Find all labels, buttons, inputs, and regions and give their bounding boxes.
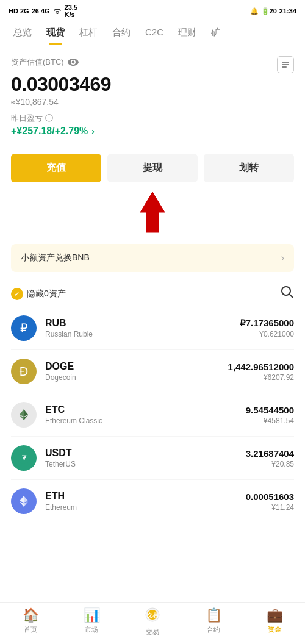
list-item[interactable]: ₽ RUB Russian Ruble ₽7.17365000 ¥0.62100…: [11, 307, 294, 350]
etc-icon: [11, 402, 37, 428]
coin-cny: ¥4581.54: [246, 417, 294, 425]
network-indicator: HD 2G: [9, 7, 29, 15]
coin-amount: 9.54544500: [246, 405, 294, 415]
nav-futures[interactable]: 📋 合约: [192, 607, 235, 637]
coin-info-doge: DOGE Dogecoin: [45, 361, 228, 382]
coin-balance-rub: ₽7.17365000 ¥0.621000: [240, 318, 294, 338]
tab-overview[interactable]: 总览: [6, 21, 39, 45]
action-buttons: 充值 提现 划转: [11, 154, 294, 182]
withdraw-button[interactable]: 提现: [107, 154, 198, 182]
svg-rect-2: [282, 66, 287, 68]
coin-symbol: ETH: [45, 491, 246, 502]
tab-mining[interactable]: 矿: [204, 21, 228, 45]
asset-list: ₽ RUB Russian Ruble ₽7.17365000 ¥0.62100…: [0, 307, 305, 523]
futures-icon: 📋: [206, 607, 222, 623]
nav-home[interactable]: 🏠 首页: [9, 607, 52, 637]
coin-symbol: RUB: [45, 318, 240, 329]
transfer-button[interactable]: 划转: [204, 154, 294, 182]
coin-name: TetherUS: [45, 460, 246, 468]
small-assets-banner[interactable]: 小额资产兑换BNB ›: [11, 244, 294, 272]
yesterday-profit-label: 昨日盈亏 ⓘ: [11, 113, 294, 124]
list-item[interactable]: ₮ USDT TetherUS 3.21687404 ¥20.85: [11, 437, 294, 480]
list-item[interactable]: ETC Ethereum Classic 9.54544500 ¥4581.54: [11, 393, 294, 437]
coin-info-usdt: USDT TetherUS: [45, 448, 246, 468]
arrow-annotation: [0, 191, 305, 238]
coin-symbol: USDT: [45, 448, 246, 459]
battery-icon: 🔋20: [261, 7, 277, 15]
coin-name: Ethereum: [45, 503, 246, 512]
usdt-icon: ₮: [11, 445, 37, 471]
svg-marker-15: [24, 502, 28, 507]
svg-marker-6: [20, 409, 24, 417]
svg-marker-7: [24, 409, 28, 417]
doge-icon: Ð: [11, 359, 37, 384]
list-item[interactable]: Ð DOGE Dogecoin 1,442.96512000 ¥6207.92: [11, 350, 294, 393]
status-left: HD 2G 26 4G 23.5K/s: [9, 4, 77, 18]
tab-contract[interactable]: 合约: [105, 21, 138, 45]
asset-section: 资产估值(BTC) 0.03003469 ≈¥10,867.54 昨日盈亏 ⓘ: [0, 45, 305, 145]
nav-home-label: 首页: [24, 625, 37, 634]
svg-marker-3: [140, 192, 165, 232]
coin-cny: ¥6207.92: [228, 373, 294, 382]
coin-name: Ethereum Classic: [45, 417, 246, 425]
coin-name: Dogecoin: [45, 373, 228, 382]
wifi-icon: [52, 7, 62, 15]
red-up-arrow: [137, 191, 168, 238]
check-icon: ✓: [11, 288, 23, 300]
asset-cny-value: ≈¥10,867.54: [11, 97, 294, 107]
status-right: 🔔 🔋20 21:34: [250, 7, 296, 15]
coin-symbol: DOGE: [45, 361, 228, 372]
alarm-icon: 🔔: [250, 7, 259, 15]
market-icon: 📊: [84, 607, 100, 623]
small-assets-chevron: ›: [281, 252, 284, 263]
coin-balance-eth: 0.00051603 ¥11.24: [246, 492, 294, 512]
coin-balance-usdt: 3.21687404 ¥20.85: [246, 448, 294, 468]
eye-icon[interactable]: [68, 57, 79, 68]
svg-marker-12: [20, 496, 24, 503]
eth-icon: [11, 488, 37, 514]
coin-name: Russian Ruble: [45, 330, 240, 338]
signal-4g: 26 4G: [32, 7, 50, 15]
tab-leverage[interactable]: 杠杆: [72, 21, 105, 45]
svg-rect-0: [282, 62, 289, 63]
coin-cny: ¥20.85: [246, 460, 294, 468]
deposit-button[interactable]: 充值: [11, 154, 101, 182]
tab-spot[interactable]: 现货: [39, 21, 72, 45]
asset-label: 资产估值(BTC): [11, 57, 79, 68]
svg-text:₮: ₮: [22, 454, 27, 462]
nav-assets-label: 资金: [268, 625, 281, 634]
small-assets-label: 小额资产兑换BNB: [21, 252, 90, 263]
hide-zero-assets[interactable]: ✓ 隐藏0资产: [11, 288, 66, 300]
top-nav: 总览 现货 杠杆 合约 C2C 理财 矿: [0, 21, 305, 45]
coin-info-rub: RUB Russian Ruble: [45, 318, 240, 338]
search-button[interactable]: [281, 285, 294, 302]
svg-line-5: [290, 295, 293, 298]
nav-futures-label: 合约: [207, 625, 220, 634]
coin-balance-etc: 9.54544500 ¥4581.54: [246, 405, 294, 425]
info-icon: ⓘ: [45, 113, 53, 124]
tab-finance[interactable]: 理财: [171, 21, 204, 45]
list-item[interactable]: ETH Ethereum 0.00051603 ¥11.24: [11, 480, 294, 523]
coin-cny: ¥0.621000: [240, 330, 294, 338]
coin-amount: 1,442.96512000: [228, 362, 294, 372]
svg-marker-13: [24, 496, 28, 503]
tab-c2c[interactable]: C2C: [138, 21, 171, 45]
profit-value[interactable]: +¥257.18/+2.79% ›: [11, 126, 294, 137]
svg-marker-14: [20, 502, 24, 507]
assets-icon: 💼: [267, 607, 283, 623]
nav-market[interactable]: 📊 市场: [70, 607, 113, 637]
coin-cny: ¥11.24: [246, 503, 294, 512]
nav-trade[interactable]: 交易 交易: [131, 607, 174, 637]
profit-chevron: ›: [92, 126, 95, 136]
nav-market-label: 市场: [85, 625, 98, 634]
time-display: 21:34: [279, 7, 296, 15]
filter-row: ✓ 隐藏0资产: [0, 278, 305, 307]
asset-btc-value: 0.03003469: [11, 73, 294, 96]
coin-info-eth: ETH Ethereum: [45, 491, 246, 512]
speed-indicator: 23.5K/s: [65, 4, 77, 18]
record-icon[interactable]: [277, 56, 294, 73]
coin-symbol: ETC: [45, 404, 246, 415]
coin-balance-doge: 1,442.96512000 ¥6207.92: [228, 362, 294, 382]
home-icon: 🏠: [23, 607, 39, 623]
nav-assets[interactable]: 💼 资金: [253, 607, 296, 637]
